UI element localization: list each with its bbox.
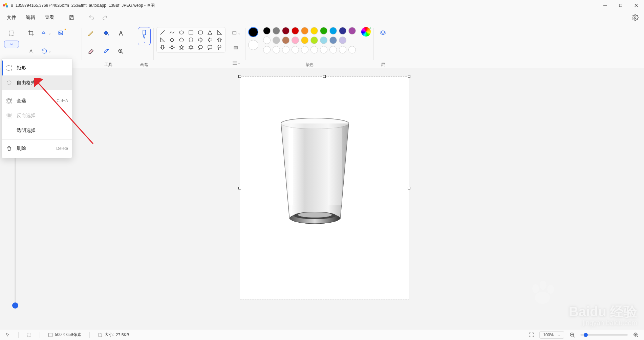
redo-button[interactable]: [99, 12, 111, 23]
shape-width-button[interactable]: ⌄: [230, 57, 242, 69]
color-swatch[interactable]: [310, 27, 318, 35]
menu-edit[interactable]: 编辑: [22, 13, 39, 23]
shape-outline-button[interactable]: ⌄: [230, 27, 242, 39]
dd-delete[interactable]: 删除 Delete: [2, 141, 72, 156]
color-swatch[interactable]: [263, 37, 271, 44]
color-swatch[interactable]: [339, 37, 346, 44]
layers-button[interactable]: [377, 27, 389, 39]
shape-rt-triangle[interactable]: [159, 36, 166, 44]
color-swatch[interactable]: [348, 27, 356, 35]
shape-line[interactable]: [159, 29, 166, 36]
crop-button[interactable]: [25, 27, 38, 39]
color-primary[interactable]: [248, 27, 258, 37]
pencil-tool[interactable]: [85, 27, 98, 39]
color-swatch[interactable]: [320, 27, 327, 35]
menu-view[interactable]: 查看: [41, 13, 58, 23]
zoom-out-button[interactable]: [567, 332, 577, 338]
brush-button[interactable]: ⌄: [138, 27, 151, 45]
rotate-button[interactable]: ⌄: [40, 45, 52, 58]
color-swatch[interactable]: [292, 27, 299, 35]
color-swatch[interactable]: [301, 37, 308, 44]
shape-fill-button[interactable]: [230, 42, 242, 54]
color-swatch[interactable]: [339, 27, 346, 35]
color-swatch[interactable]: [329, 37, 337, 44]
resize-button[interactable]: ⌄: [40, 27, 52, 39]
shape-arrow-u[interactable]: [216, 36, 223, 44]
app-icon: [3, 3, 8, 8]
color-swatch-empty[interactable]: [320, 46, 327, 53]
shape-arrow-l[interactable]: [206, 36, 214, 44]
undo-button[interactable]: [85, 12, 98, 23]
color-swatch[interactable]: [273, 27, 280, 35]
shape-triangle[interactable]: [216, 29, 223, 36]
remove-bg-button[interactable]: [25, 45, 38, 58]
dd-rectangle[interactable]: 矩形: [2, 61, 72, 75]
ai-button[interactable]: ✦: [55, 27, 67, 39]
eyedropper-tool[interactable]: [100, 45, 112, 58]
shape-arrow-d[interactable]: [159, 44, 166, 51]
color-swatch[interactable]: [273, 37, 280, 44]
shape-pentagon[interactable]: [178, 36, 185, 44]
zoom-in-button[interactable]: [631, 332, 641, 338]
shape-rect[interactable]: [187, 29, 195, 36]
color-swatch[interactable]: [282, 37, 289, 44]
magnifier-tool[interactable]: [114, 45, 127, 58]
zoom-slider[interactable]: [580, 334, 628, 336]
svg-rect-56: [8, 99, 10, 102]
color-swatch-empty[interactable]: [282, 46, 289, 53]
color-swatch-empty[interactable]: [273, 46, 280, 53]
shape-callout-cloud[interactable]: [216, 44, 223, 51]
close-button[interactable]: [628, 0, 644, 11]
color-swatch[interactable]: [263, 27, 271, 35]
shape-star5[interactable]: [178, 44, 185, 51]
dd-select-all[interactable]: 全选 Ctrl+A: [2, 93, 72, 108]
dd-delete-label: 删除: [17, 145, 26, 152]
color-swatch-empty[interactable]: [292, 46, 299, 53]
svg-rect-2: [6, 5, 8, 7]
eraser-tool[interactable]: [85, 45, 98, 58]
settings-button[interactable]: [629, 12, 641, 23]
text-tool[interactable]: [114, 27, 127, 39]
dd-transparent[interactable]: 透明选择: [2, 123, 72, 138]
color-swatch-empty[interactable]: [310, 46, 318, 53]
color-swatch[interactable]: [310, 37, 318, 44]
shape-callout-rect[interactable]: [206, 44, 214, 51]
svg-rect-39: [208, 45, 212, 48]
dd-freeform[interactable]: 自由格式: [2, 75, 72, 90]
minimize-button[interactable]: [597, 0, 613, 11]
color-swatch-empty[interactable]: [348, 46, 356, 53]
shapes-gallery[interactable]: [156, 27, 226, 53]
shape-arrow-r[interactable]: [197, 36, 204, 44]
fill-tool[interactable]: [100, 27, 112, 39]
color-swatch[interactable]: [292, 37, 299, 44]
shape-callout-round[interactable]: [197, 44, 204, 51]
group-brushes: ⌄ 画笔: [136, 25, 153, 68]
color-swatch[interactable]: [329, 27, 337, 35]
vertical-zoom-slider[interactable]: ◇: [10, 143, 20, 309]
shape-roundrect[interactable]: [197, 29, 204, 36]
selection-dropdown[interactable]: [4, 41, 19, 48]
color-swatch-empty[interactable]: [301, 46, 308, 53]
shape-diamond[interactable]: [168, 36, 176, 44]
fit-screen-button[interactable]: [527, 332, 536, 338]
canvas-viewport[interactable]: [27, 68, 644, 329]
color-swatch[interactable]: [320, 37, 327, 44]
color-swatch-empty[interactable]: [329, 46, 337, 53]
color-secondary[interactable]: [248, 40, 258, 50]
zoom-dropdown[interactable]: 100% ⌄: [539, 331, 564, 339]
color-swatch[interactable]: [301, 27, 308, 35]
color-picker-button[interactable]: [361, 27, 371, 37]
shape-polygon[interactable]: [206, 29, 214, 36]
shape-oval[interactable]: [178, 29, 185, 36]
selection-tool[interactable]: [5, 27, 18, 39]
color-swatch-empty[interactable]: [263, 46, 271, 53]
shape-hexagon[interactable]: [187, 36, 195, 44]
save-button[interactable]: [66, 12, 78, 23]
shape-star6[interactable]: [187, 44, 195, 51]
shape-star4[interactable]: [168, 44, 176, 51]
shape-curve[interactable]: [168, 29, 176, 36]
color-swatch-empty[interactable]: [339, 46, 346, 53]
color-swatch[interactable]: [282, 27, 289, 35]
menu-file[interactable]: 文件: [3, 13, 20, 23]
maximize-button[interactable]: [613, 0, 628, 11]
